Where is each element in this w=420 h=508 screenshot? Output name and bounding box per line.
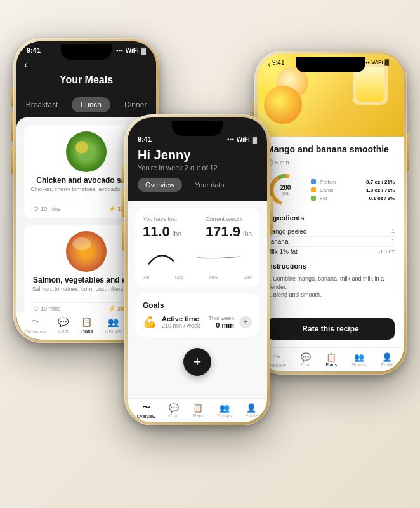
nav-chat[interactable]: 💬 Chat: [58, 317, 69, 334]
profile-icon-3: 👤: [382, 352, 392, 362]
fab-button[interactable]: +: [183, 348, 211, 376]
goal-name: Active time: [162, 315, 203, 323]
nav-plans-3[interactable]: 📋 Plans: [325, 352, 337, 367]
carbs-dot: [311, 187, 316, 192]
protein-row: Protein 0.7 oz / 21%: [311, 179, 395, 185]
status-bar-2: 9:41 ▪▪▪ WiFi ▓: [138, 135, 257, 148]
meal-tabs: Breakfast Lunch Dinner: [16, 92, 156, 117]
clock-icon: ⏱: [33, 206, 39, 212]
nav-overview-2[interactable]: 〜 Overview: [137, 402, 155, 418]
weight-chart: Jul Sep Nov Jan: [143, 245, 252, 277]
protein-value: 0.7 oz / 21%: [366, 179, 395, 185]
nav-groups-2[interactable]: 👥 Groups: [217, 403, 232, 418]
tab-your-data[interactable]: Your data: [187, 178, 232, 192]
recipe-content: Mango and banana smoothie 🕐 5 min: [258, 137, 404, 347]
status-icons-2: ▪▪▪ WiFi ▓: [227, 136, 257, 143]
tab-overview[interactable]: Overview: [138, 178, 182, 192]
stats-row: You have lost 11.0 lbs Current weight 17…: [143, 216, 252, 240]
nav-profile-2[interactable]: 👤 Profile: [246, 403, 258, 418]
meal-image-1: [66, 131, 107, 172]
goal-week-value: 0 min: [208, 321, 234, 329]
carbs-row: Carbs 1.8 oz / 71%: [311, 187, 395, 193]
carbs-value: 1.8 oz / 71%: [366, 187, 395, 193]
goal-item: 💪 Active time 210 min / week This week 0…: [143, 315, 252, 329]
tab-lunch[interactable]: Lunch: [72, 97, 110, 112]
battery-icon-3: ▓: [384, 59, 389, 66]
tab-breakfast[interactable]: Breakfast: [17, 97, 67, 112]
notch-2: [172, 121, 223, 136]
chat-icon-2: 💬: [169, 403, 179, 413]
overview-icon-2: 〜: [142, 402, 150, 413]
weight-value: 171.9: [206, 224, 240, 240]
greeting: Hi Jenny: [138, 148, 257, 163]
phone-2-power-btn[interactable]: [270, 197, 273, 235]
phone-3: ‹ 9:41 ▪▪▪ WiFi ▓ Mango and banan: [254, 51, 407, 375]
salad-image: [66, 131, 107, 172]
salmon-image: [66, 231, 107, 272]
goal-icon: 💪: [143, 315, 157, 329]
wifi-icon-3: WiFi: [371, 59, 383, 66]
status-icons: ▪▪▪ WiFi ▓: [116, 47, 146, 54]
meals-header: ‹ Your Meals: [16, 57, 156, 92]
nav-profile-3[interactable]: 👤 Profile: [381, 352, 394, 367]
nav-overview-3[interactable]: 〜 Overview: [268, 351, 286, 368]
ingredient-name-3: Milk 1% fat: [266, 248, 298, 255]
lost-unit: lbs: [173, 230, 181, 237]
signal-icon-3: ▪▪▪: [364, 59, 370, 66]
overview-icon: 〜: [31, 316, 40, 328]
notch-3: [305, 57, 356, 72]
nav-chat-2[interactable]: 💬 Chat: [169, 403, 179, 418]
battery-icon-2: ▓: [253, 136, 257, 143]
weight-unit: lbs: [243, 230, 252, 237]
goal-right: This week 0 min: [208, 315, 234, 329]
recipe-status-icons: ▪▪▪ WiFi ▓: [364, 59, 389, 66]
phone-2-vol-up-btn[interactable]: [122, 189, 124, 217]
nutrition-bars: Protein 0.7 oz / 21% Carbs 1.8 oz / 71% …: [311, 179, 395, 201]
nav-chat-3[interactable]: 💬 Chat: [301, 352, 311, 367]
week-subtitle: You're in week 2 out of 12: [138, 164, 257, 171]
goal-add-button[interactable]: +: [239, 316, 252, 328]
goals-card: Goals 💪 Active time 210 min / week This …: [135, 293, 259, 337]
battery-icon: ▓: [141, 47, 146, 54]
weight-label: Current weight: [206, 216, 252, 222]
chart-labels: Jul Sep Nov Jan: [143, 274, 252, 280]
signal-icon: ▪▪▪: [116, 47, 123, 54]
phone-3-screen: ‹ 9:41 ▪▪▪ WiFi ▓ Mango and banan: [258, 54, 404, 371]
phone-1-mute-btn[interactable]: [11, 89, 13, 107]
weight-stat: Current weight 171.9 lbs: [206, 216, 252, 240]
meal-time-1: ⏱ 10 mins: [33, 206, 61, 212]
nav-overview[interactable]: 〜 Overview: [25, 316, 46, 335]
recipe-back-btn[interactable]: ‹: [268, 59, 271, 69]
protein-label: Protein: [320, 179, 362, 185]
goal-week-label: This week: [208, 315, 234, 321]
chart-label-sep: Sep: [174, 274, 183, 280]
phone-2-mute-btn[interactable]: [122, 165, 124, 183]
phone-3-power-btn[interactable]: [407, 133, 409, 171]
goal-info: Active time 210 min / week: [162, 315, 203, 329]
nav-groups-3[interactable]: 👥 Groups: [351, 352, 366, 367]
chart-label-nov: Nov: [209, 274, 218, 280]
phone-1-vol-down-btn[interactable]: [11, 146, 13, 174]
plans-icon-2: 📋: [193, 403, 203, 413]
back-button[interactable]: ‹: [24, 59, 27, 70]
smoothie-liquid: [356, 67, 384, 102]
overview-content: You have lost 11.0 lbs Current weight 17…: [128, 201, 267, 398]
ingredient-row-1: Mango peeled 1: [266, 227, 395, 237]
wifi-icon: WiFi: [126, 47, 139, 54]
groups-icon-3: 👥: [354, 352, 364, 362]
nav-groups[interactable]: 👥 Groups: [105, 317, 121, 334]
plans-icon: 📋: [81, 317, 92, 327]
protein-dot: [311, 179, 316, 184]
goals-title: Goals: [143, 301, 252, 310]
rate-recipe-button[interactable]: Rate this recipe: [266, 318, 395, 340]
tab-dinner[interactable]: Dinner: [115, 97, 155, 112]
phone-1-vol-up-btn[interactable]: [11, 113, 13, 141]
ingredient-row-2: Banana 1: [266, 237, 395, 247]
ingredients-list: Mango peeled 1 Banana 1 Milk 1% fat 3.3 …: [266, 227, 395, 257]
chat-icon: 💬: [58, 317, 69, 327]
wifi-icon-2: WiFi: [237, 136, 250, 143]
nav-plans-2[interactable]: 📋 Plans: [192, 403, 204, 418]
lost-stat: You have lost 11.0 lbs: [143, 216, 181, 240]
nav-plans[interactable]: 📋 Plans: [81, 317, 93, 334]
phone-2-vol-down-btn[interactable]: [122, 222, 124, 250]
